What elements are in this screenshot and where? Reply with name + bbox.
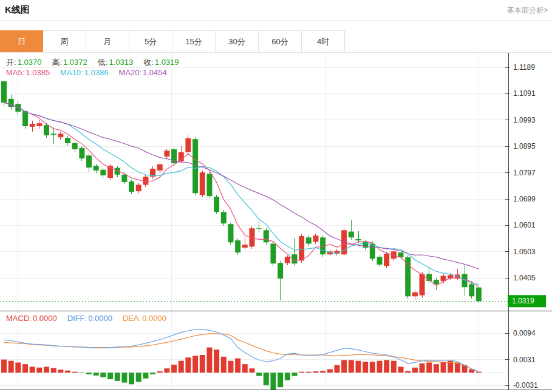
macd_row-value: 0.0000 bbox=[33, 314, 57, 323]
macd-histogram-bar bbox=[341, 360, 347, 373]
macd_row-value: 0.0000 bbox=[142, 314, 166, 323]
fundamental-analysis-link[interactable]: 基本面分析> bbox=[507, 5, 548, 16]
macd-histogram-bar bbox=[363, 362, 368, 373]
candle-body bbox=[36, 123, 42, 126]
macd-histogram-bar bbox=[264, 373, 269, 385]
candle-body bbox=[270, 244, 276, 264]
macd-histogram-bar bbox=[100, 373, 106, 377]
macd-histogram-bar bbox=[150, 373, 155, 374]
macd-histogram-bar bbox=[129, 373, 134, 384]
kline-chart-canvas: 1.11891.10911.09931.08951.07971.06991.06… bbox=[0, 53, 552, 392]
macd-histogram-bar bbox=[221, 357, 227, 373]
tab-month[interactable]: 月 bbox=[86, 30, 129, 52]
macd-tick-label: -0.0031 bbox=[513, 381, 538, 390]
candle-body bbox=[22, 111, 28, 126]
macd-histogram-bar bbox=[398, 367, 404, 373]
macd-histogram-bar bbox=[384, 360, 389, 373]
macd-histogram-bar bbox=[121, 373, 127, 383]
candle-body bbox=[72, 143, 78, 149]
candle-body bbox=[313, 235, 318, 242]
candle-body bbox=[129, 181, 134, 192]
macd-histogram-bar bbox=[291, 373, 297, 376]
ma_row-value: 1.0386 bbox=[84, 68, 109, 77]
candle-body bbox=[221, 212, 227, 223]
candle-body bbox=[469, 284, 474, 296]
candle-body bbox=[228, 224, 233, 242]
price-tick-label: 1.1189 bbox=[513, 63, 535, 72]
ohlc_row-item: 低:1.0313 bbox=[98, 57, 133, 68]
macd-histogram-bar bbox=[143, 373, 148, 379]
tab-4hour[interactable]: 4时 bbox=[302, 30, 345, 52]
macd-histogram-bar bbox=[278, 373, 283, 387]
candle-body bbox=[94, 166, 99, 171]
macd-histogram-bar bbox=[256, 373, 262, 376]
macd-histogram-bar bbox=[157, 371, 163, 373]
macd-histogram-bar bbox=[51, 368, 56, 373]
macd_row-item: MACD:0.0000 bbox=[6, 314, 57, 323]
ohlc_row-item: 高:1.0372 bbox=[52, 57, 87, 68]
candle-body bbox=[200, 172, 205, 195]
macd-histogram-bar bbox=[356, 361, 361, 373]
macd-histogram-bar bbox=[214, 350, 219, 373]
macd-histogram-bar bbox=[313, 371, 318, 373]
candle-body bbox=[349, 232, 354, 238]
candle-body bbox=[206, 174, 212, 196]
candle-body bbox=[405, 257, 411, 296]
current-price-badge-text: 1.0319 bbox=[512, 297, 534, 305]
macd-histogram-bar bbox=[405, 371, 411, 373]
ohlc_row-value: 1.0370 bbox=[18, 58, 42, 67]
macd_row-value: 0.0000 bbox=[88, 314, 112, 323]
candle-body bbox=[377, 257, 383, 265]
macd-histogram-bar bbox=[420, 363, 425, 373]
macd-histogram-bar bbox=[36, 368, 42, 373]
macd-histogram-bar bbox=[30, 367, 35, 373]
tab-week[interactable]: 周 bbox=[43, 30, 86, 52]
macd-readout: MACD:0.0000DIFF:0.0000DEA:0.0000 bbox=[6, 314, 166, 323]
ohlc_row-value: 1.0319 bbox=[155, 58, 179, 67]
macd-histogram-bar bbox=[285, 373, 290, 380]
tab-30min[interactable]: 30分 bbox=[216, 30, 259, 52]
macd-histogram-bar bbox=[171, 365, 177, 373]
candle-body bbox=[264, 230, 269, 242]
tab-15min[interactable]: 15分 bbox=[172, 30, 216, 52]
macd-histogram-bar bbox=[391, 361, 397, 373]
tab-60min[interactable]: 60分 bbox=[259, 30, 302, 52]
macd-histogram-bar bbox=[164, 368, 169, 373]
page-title: K线图 bbox=[5, 4, 30, 16]
dea-line bbox=[4, 334, 479, 372]
candle-body bbox=[121, 175, 127, 182]
ma_row-item: MA10:1.0386 bbox=[60, 68, 108, 77]
candle-body bbox=[242, 245, 248, 248]
macd-tick-label: 0.0094 bbox=[513, 329, 536, 337]
diff-line bbox=[4, 329, 479, 372]
ohlc_row-item: 收:1.0319 bbox=[143, 57, 179, 68]
macd-histogram-bar bbox=[334, 365, 339, 373]
macd_row-label: DEA: bbox=[123, 314, 141, 323]
macd-histogram-bar bbox=[94, 373, 99, 376]
macd-histogram-bar bbox=[44, 367, 49, 373]
ohlc_row-item: 开:1.0370 bbox=[6, 57, 41, 68]
macd-histogram-bar bbox=[377, 361, 383, 373]
tab-day[interactable]: 日 bbox=[0, 30, 43, 52]
ma_row-value: 1.0454 bbox=[143, 68, 167, 77]
candle-body bbox=[15, 104, 21, 112]
macd-histogram-bar bbox=[115, 373, 120, 381]
tab-5min[interactable]: 5分 bbox=[129, 30, 172, 52]
macd-histogram-bar bbox=[9, 361, 14, 373]
macd-histogram-bar bbox=[242, 364, 248, 373]
ma_row-value: 1.0385 bbox=[26, 68, 50, 77]
macd_row-label: DIFF: bbox=[67, 314, 87, 323]
candle-body bbox=[420, 274, 425, 296]
ohlc_row-label: 收: bbox=[143, 58, 154, 67]
macd-histogram-bar bbox=[235, 359, 240, 373]
candle-body bbox=[278, 263, 283, 279]
macd-histogram-bar bbox=[79, 373, 84, 373]
macd-histogram-bar bbox=[185, 357, 191, 373]
candle-body bbox=[44, 125, 49, 135]
macd-histogram-bar bbox=[15, 362, 21, 373]
macd_row-item: DIFF:0.0000 bbox=[67, 314, 112, 323]
macd-histogram-bar bbox=[1, 360, 7, 373]
candle-body bbox=[214, 197, 219, 212]
macd_row-label: MACD: bbox=[6, 314, 32, 323]
candle-body bbox=[136, 185, 141, 192]
